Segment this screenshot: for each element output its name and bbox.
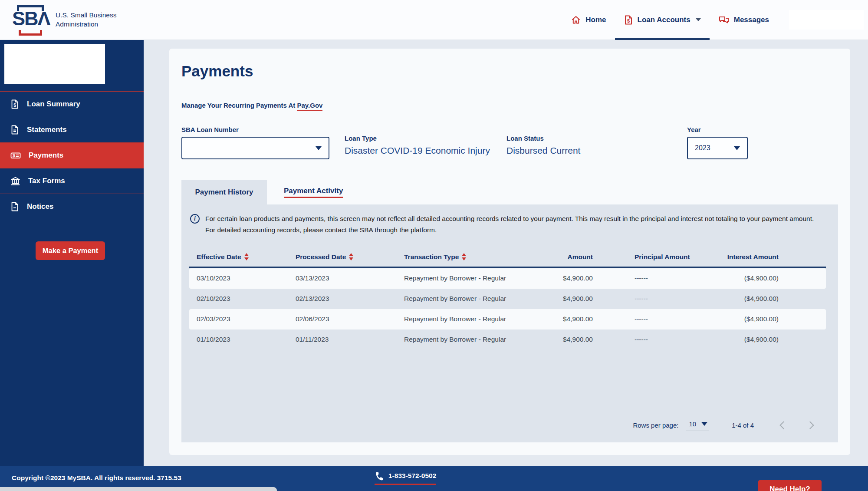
pagination-range: 1-4 of 4 bbox=[732, 422, 754, 429]
brand-line2: Administration bbox=[56, 20, 116, 29]
sort-icon bbox=[349, 253, 353, 260]
bottom-toast-edge bbox=[0, 487, 277, 491]
recurring-payments-line: Manage Your Recurring Payments At Pay.Go… bbox=[181, 102, 838, 109]
tab-payment-history[interactable]: Payment History bbox=[181, 180, 267, 204]
table-row: 02/10/2023 02/13/2023 Repayment by Borro… bbox=[189, 289, 826, 309]
cell-principal-amount: ------ bbox=[593, 315, 714, 323]
file-dollar-icon: $ bbox=[624, 15, 633, 25]
sort-icon bbox=[462, 253, 466, 260]
cell-principal-amount: ------ bbox=[593, 274, 714, 282]
cell-processed-date: 01/11/2023 bbox=[296, 336, 404, 343]
sba-logo-bracket-bottom bbox=[19, 30, 42, 36]
info-banner: i For certain loan products and payments… bbox=[187, 210, 832, 236]
cell-interest-amount: ($4,900.00) bbox=[714, 274, 826, 282]
cell-effective-date: 01/10/2023 bbox=[189, 336, 296, 343]
column-header-interest-amount: Interest Amount bbox=[714, 253, 826, 261]
user-name-redacted bbox=[789, 10, 864, 30]
rows-per-page-value: 10 bbox=[689, 420, 696, 428]
loan-type-group: Loan Type Disaster COVID-19 Economic Inj… bbox=[345, 126, 506, 156]
tab-payment-activity-label: Payment Activity bbox=[284, 187, 343, 198]
pay-gov-link[interactable]: Pay.Gov bbox=[297, 102, 322, 111]
page-title: Payments bbox=[181, 61, 838, 82]
payment-history-panel: i For certain loan products and payments… bbox=[181, 204, 838, 442]
nav-home-label: Home bbox=[585, 16, 606, 24]
support-phone-link[interactable]: 1-833-572-0502 bbox=[375, 471, 436, 485]
pagination-bar: Rows per page: 10 1-4 of 4 bbox=[187, 419, 832, 442]
table-row: 02/03/2023 02/06/2023 Repayment by Borro… bbox=[189, 309, 826, 330]
cell-processed-date: 03/13/2023 bbox=[296, 274, 404, 282]
loan-status-group: Loan Status Disbursed Current bbox=[506, 126, 580, 156]
year-group: Year 2023 bbox=[687, 126, 748, 159]
payment-history-table: Effective Date Processed Date Transactio… bbox=[189, 247, 826, 350]
sba-logo[interactable]: SBΛ U.S. Small Business Administration bbox=[12, 4, 116, 36]
sidebar: $ Loan Summary Statements $ Payments Tax… bbox=[0, 40, 144, 466]
loan-number-select[interactable] bbox=[181, 137, 329, 159]
sort-icon bbox=[244, 253, 249, 260]
chat-bubbles-icon bbox=[718, 15, 730, 25]
sidebar-item-label: Statements bbox=[27, 125, 67, 134]
brand-line1: U.S. Small Business bbox=[56, 11, 116, 20]
cell-effective-date: 02/10/2023 bbox=[189, 295, 296, 303]
column-header-transaction-type[interactable]: Transaction Type bbox=[404, 253, 547, 261]
payments-card: Payments Manage Your Recurring Payments … bbox=[169, 49, 850, 455]
svg-text:$: $ bbox=[13, 153, 15, 158]
rows-per-page-label: Rows per page: bbox=[633, 422, 678, 429]
table-row: 03/10/2023 03/13/2023 Repayment by Borro… bbox=[189, 268, 826, 289]
home-icon bbox=[571, 15, 581, 25]
cell-transaction-type: Repayment by Borrower - Regular bbox=[404, 315, 547, 323]
nav-loan-accounts-label: Loan Accounts bbox=[638, 16, 690, 24]
nav-messages[interactable]: Messages bbox=[710, 0, 778, 40]
nav-loan-accounts[interactable]: $ Loan Accounts bbox=[615, 0, 710, 40]
column-header-processed-date[interactable]: Processed Date bbox=[296, 253, 404, 261]
sidebar-item-loan-summary[interactable]: $ Loan Summary bbox=[0, 91, 144, 117]
chevron-down-icon bbox=[734, 146, 740, 150]
cell-effective-date: 02/03/2023 bbox=[189, 315, 296, 323]
loan-filter-row: SBA Loan Number Loan Type Disaster COVID… bbox=[181, 126, 838, 159]
cell-interest-amount: ($4,900.00) bbox=[714, 315, 826, 323]
cell-amount: $4,900.00 bbox=[547, 274, 593, 282]
cell-processed-date: 02/13/2023 bbox=[296, 295, 404, 303]
need-help-button[interactable]: Need Help? bbox=[758, 480, 822, 491]
svg-text:$: $ bbox=[13, 102, 16, 108]
chevron-right-icon[interactable] bbox=[806, 421, 814, 429]
sidebar-item-statements[interactable]: Statements bbox=[0, 117, 144, 142]
recurring-payments-text: Manage Your Recurring Payments At bbox=[181, 102, 295, 109]
payments-tabs: Payment History Payment Activity bbox=[181, 180, 838, 204]
sidebar-nav: $ Loan Summary Statements $ Payments Tax… bbox=[0, 91, 144, 219]
column-header-effective-date[interactable]: Effective Date bbox=[189, 253, 296, 261]
cell-transaction-type: Repayment by Borrower - Regular bbox=[404, 295, 547, 303]
main-area: Payments Manage Your Recurring Payments … bbox=[144, 40, 868, 466]
sidebar-item-payments[interactable]: $ Payments bbox=[0, 142, 144, 168]
bank-icon bbox=[10, 176, 21, 186]
chevron-down-icon bbox=[701, 422, 707, 426]
sidebar-item-label: Payments bbox=[29, 151, 63, 160]
chevron-down-icon bbox=[316, 146, 322, 150]
top-nav: Home $ Loan Accounts Messages bbox=[562, 0, 865, 40]
sba-logo-letters: SBΛ bbox=[12, 7, 49, 30]
year-label: Year bbox=[687, 126, 748, 134]
sidebar-item-notices[interactable]: Notices bbox=[0, 194, 144, 219]
chevron-down-icon bbox=[696, 18, 701, 21]
tab-payment-activity[interactable]: Payment Activity bbox=[284, 180, 343, 204]
table-header-row: Effective Date Processed Date Transactio… bbox=[189, 247, 826, 267]
phone-icon bbox=[375, 471, 384, 481]
cell-effective-date: 03/10/2023 bbox=[189, 274, 296, 282]
cell-processed-date: 02/06/2023 bbox=[296, 315, 404, 323]
sba-logo-mark: SBΛ bbox=[12, 4, 49, 36]
file-dollar-icon: $ bbox=[10, 99, 20, 109]
chevron-left-icon[interactable] bbox=[779, 421, 787, 429]
rows-per-page-select[interactable]: 10 bbox=[686, 419, 709, 431]
cell-amount: $4,900.00 bbox=[547, 295, 593, 303]
nav-home[interactable]: Home bbox=[562, 0, 615, 40]
cell-transaction-type: Repayment by Borrower - Regular bbox=[404, 336, 547, 343]
year-select[interactable]: 2023 bbox=[687, 137, 748, 159]
year-value: 2023 bbox=[695, 144, 710, 152]
cell-amount: $4,900.00 bbox=[547, 336, 593, 343]
sidebar-item-tax-forms[interactable]: Tax Forms bbox=[0, 168, 144, 194]
cell-amount: $4,900.00 bbox=[547, 315, 593, 323]
top-header: SBΛ U.S. Small Business Administration H… bbox=[0, 0, 868, 40]
support-phone-number: 1-833-572-0502 bbox=[388, 472, 436, 480]
loan-type-value: Disaster COVID-19 Economic Injury bbox=[345, 145, 506, 156]
make-a-payment-button[interactable]: Make a Payment bbox=[36, 241, 105, 260]
document-icon bbox=[10, 125, 20, 135]
